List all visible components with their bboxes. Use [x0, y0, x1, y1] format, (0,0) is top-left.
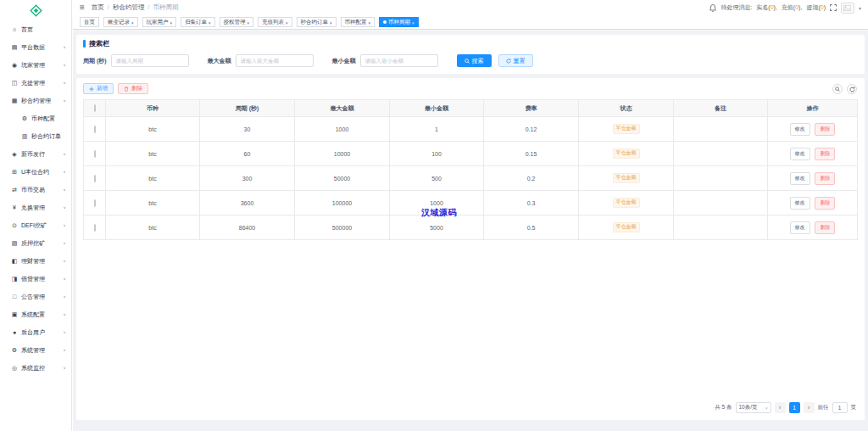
topbar-right: 待处理消息: 实名(0), 充值(0), 提现(0) [709, 3, 861, 14]
topbar: ≡ 首页 秒合约管理 币种周期 待处理消息: 实名(0), 充值(0), 提现(… [73, 0, 868, 15]
sidebar-item-announcement-mgmt[interactable]: □ 公告管理 [0, 288, 71, 305]
row-checkbox[interactable] [94, 175, 96, 182]
jump-page-input[interactable] [832, 402, 848, 413]
user-icon: ◉ [10, 62, 19, 69]
min-amount-input[interactable] [360, 54, 438, 67]
row-checkbox[interactable] [94, 224, 96, 232]
tab-caret-icon[interactable] [131, 20, 134, 25]
sidebar-item-seconds-contract-mgmt[interactable]: ▦ 秒合约管理 [0, 92, 71, 109]
delete-button[interactable]: 删除 [815, 197, 835, 210]
notice-icon: □ [10, 294, 19, 299]
row-checkbox[interactable] [94, 150, 96, 158]
tab-auth-mgmt[interactable]: 授权管理 [220, 17, 254, 27]
edit-button[interactable]: 修改 [790, 221, 810, 234]
max-amount-input[interactable] [236, 54, 314, 67]
sidebar-item-platform-data[interactable]: ▤ 平台数据 [0, 38, 71, 56]
col-actions: 操作 [768, 100, 858, 117]
tab-coin-period-active[interactable]: 币种周期 [379, 17, 419, 27]
sidebar-item-home[interactable]: ⌂ 首页 [0, 20, 71, 38]
breadcrumb-home[interactable]: 首页 [92, 3, 104, 12]
cell-rate: 0.3 [484, 191, 579, 216]
page-number-1[interactable]: 1 [789, 402, 800, 413]
select-all-checkbox[interactable] [94, 104, 96, 112]
sidebar-item-defi-mining[interactable]: ⊙ DEFI挖矿 [0, 216, 71, 234]
sidebar-item-spot-trade[interactable]: ⇄ 币币交易 [0, 181, 71, 199]
row-checkbox[interactable] [94, 199, 96, 207]
sidebar-item-player-mgmt[interactable]: ◉ 玩家管理 [0, 56, 71, 74]
page-size-select[interactable]: 10条/页 [736, 402, 771, 413]
bulk-delete-button[interactable]: 删除 [118, 83, 148, 94]
delete-button[interactable]: 删除 [815, 148, 835, 160]
tab-collect-orders[interactable]: 归集订单 [181, 17, 215, 27]
tab-caret-icon[interactable] [369, 20, 371, 25]
prev-page-button[interactable]: ‹ [775, 402, 786, 413]
config-icon: ▣ [10, 311, 19, 318]
period-input[interactable] [111, 54, 189, 67]
next-page-button[interactable]: › [804, 402, 815, 413]
delete-button[interactable]: 删除 [815, 221, 835, 234]
search-panel-title: 搜索栏 [83, 39, 858, 48]
sidebar-item-deposit-withdraw-mgmt[interactable]: ◫ 充提管理 [0, 74, 71, 92]
tab-caret-icon[interactable] [209, 20, 211, 25]
sidebar-item-system-monitor[interactable]: ◎ 系统监控 [0, 359, 71, 377]
cell-coin: btc [106, 216, 200, 240]
tab-caret-icon[interactable] [412, 20, 415, 25]
fullscreen-icon[interactable] [830, 4, 837, 11]
data-table: 币种 周期 (秒) 最大金额 最小金额 费率 状态 备注 操作 btc 30 [83, 99, 858, 240]
sidebar-item-coin-config[interactable]: ⚙ 币种配置 [0, 109, 71, 127]
active-dot-icon [383, 20, 387, 24]
edit-button[interactable]: 修改 [790, 172, 810, 185]
cell-remark [674, 216, 768, 240]
tab-deposit-list[interactable]: 充值列表 [258, 17, 292, 27]
table-row: btc 300 50000 500 0.2 平仓金额 修改 删除 [84, 166, 858, 191]
bell-icon[interactable] [709, 4, 716, 12]
col-status: 状态 [579, 100, 674, 117]
sidebar-item-wealth-mgmt[interactable]: ◧ 理财管理 [0, 252, 71, 270]
sidebar-item-exchange-mgmt[interactable]: ¥ 兑换管理 [0, 199, 71, 216]
row-checkbox[interactable] [94, 126, 96, 133]
tab-caret-icon[interactable] [330, 20, 332, 25]
table-row: btc 60 10000 100 0.15 平仓金额 修改 删除 [84, 142, 858, 166]
reset-button[interactable]: 重置 [498, 54, 533, 67]
search-button[interactable]: 搜索 [457, 54, 492, 67]
tab-caret-icon[interactable] [248, 20, 250, 25]
sidebar-item-system-mgmt[interactable]: ⚙ 系统管理 [0, 341, 71, 359]
toggle-search-icon[interactable] [832, 84, 843, 94]
sidebar-item-u-margin-contract[interactable]: ⊞ U本位合约 [0, 163, 71, 181]
tab-seconds-orders[interactable]: 秒合约订单 [297, 17, 337, 27]
sidebar-collapse-icon[interactable]: ≡ [80, 3, 85, 12]
avatar[interactable] [841, 3, 854, 14]
delete-button[interactable]: 删除 [815, 123, 835, 136]
tab-caret-icon[interactable] [170, 20, 173, 25]
col-period: 周期 (秒) [200, 100, 295, 117]
wallet-icon: ◫ [10, 80, 19, 87]
sidebar-item-seconds-contract-orders[interactable]: ▥ 秒合约订单 [0, 127, 71, 145]
edit-button[interactable]: 修改 [790, 123, 810, 136]
sidebar-item-system-config[interactable]: ▣ 系统配置 [0, 305, 71, 323]
edit-button[interactable]: 修改 [790, 197, 810, 210]
chevron-down-icon [63, 240, 66, 245]
app-logo-icon [0, 0, 71, 20]
tab-home[interactable]: 首页 [80, 17, 99, 27]
add-button[interactable]: 新增 [83, 83, 114, 94]
trade-icon: ⇄ [10, 187, 19, 193]
sidebar-item-admin-users[interactable]: ● 后台用户 [0, 323, 71, 341]
search-form: 周期 (秒) 最大金额 最小金额 搜索 重置 [83, 54, 858, 67]
tab-account-change[interactable]: 账变记录 [103, 17, 138, 27]
sidebar-item-loan-mgmt[interactable]: ◨ 借贷管理 [0, 270, 71, 288]
status-badge: 平仓金额 [613, 173, 640, 182]
tab-caret-icon[interactable] [286, 20, 288, 25]
chevron-down-icon [63, 44, 66, 49]
edit-button[interactable]: 修改 [790, 148, 810, 160]
delete-button[interactable]: 删除 [815, 172, 835, 185]
table-row: btc 30 1000 1 0.12 平仓金额 修改 删除 [84, 117, 858, 142]
sidebar-item-staking-mining[interactable]: ▨ 质押挖矿 [0, 234, 71, 252]
sidebar-item-new-coin-issue[interactable]: ◈ 新币发行 [0, 145, 71, 163]
search-icon [465, 59, 470, 64]
tab-coin-config[interactable]: 币种配置 [341, 17, 376, 27]
col-min-amount: 最小金额 [390, 100, 484, 117]
cell-max: 50000 [295, 166, 390, 191]
tab-player-users[interactable]: 玩家用户 [142, 17, 177, 27]
user-menu-caret-icon[interactable] [859, 5, 861, 11]
refresh-table-icon[interactable] [847, 84, 857, 94]
